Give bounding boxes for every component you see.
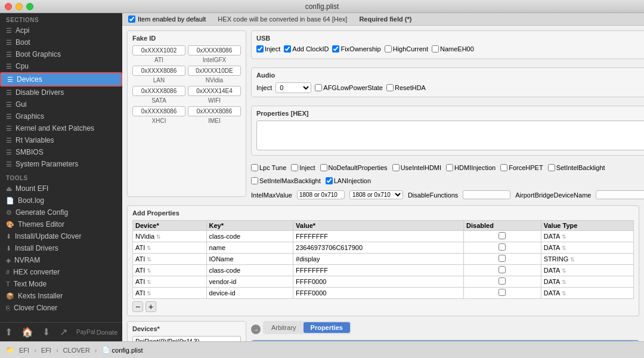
sidebar-item-system-params[interactable]: ☰ System Parameters [0,158,122,170]
inject-checkbox-group[interactable]: Inject [256,45,280,53]
sidebar-item-hex-converter[interactable]: # HEX converter [0,266,122,278]
properties-hex-input[interactable] [256,121,644,150]
options-inject-checkbox[interactable] [291,164,298,171]
lan-injection-checkbox[interactable] [326,177,333,184]
add-clock-id-checkbox[interactable] [284,45,291,53]
set-intel-max-backlight-checkbox[interactable] [251,177,258,184]
sidebar-item-rt-variables[interactable]: ☰ Rt Variables [0,134,122,146]
maximize-button[interactable] [26,3,33,10]
table-row[interactable]: ATI ⇅ vendor-id FFFF0000 DATA ⇅ [133,276,634,288]
hdmi-injection-group[interactable]: HDMIInjection [446,164,496,171]
use-intel-hdmi-group[interactable]: UseIntelHDMI [392,164,441,171]
add-row-button[interactable]: + [145,301,156,312]
sidebar-item-clover-cloner[interactable]: ⎘ Clover Cloner [0,302,122,314]
no-default-props-group[interactable]: NoDefaultProperties [320,164,388,171]
sidebar-item-nvram[interactable]: ◈ NVRAM [0,254,122,266]
reset-hda-checkbox-group[interactable]: ResetHDA [386,84,426,91]
nvidia-input[interactable] [188,66,241,76]
sidebar-item-text-mode[interactable]: T Text Mode [0,278,122,290]
cell-disabled[interactable] [464,276,541,288]
intel-max-select[interactable]: 1808 or 0x710 [349,190,403,199]
force-hpet-checkbox[interactable] [500,164,507,171]
close-button[interactable] [5,3,12,10]
fix-ownership-checkbox-group[interactable]: FixOwnership [332,45,380,53]
remove-row-button[interactable]: − [132,301,143,312]
sata-input[interactable] [132,86,185,96]
sidebar-item-boot-log[interactable]: 📄 Boot.log [0,195,122,206]
high-current-checkbox[interactable] [385,45,392,53]
sidebar-item-kexts-installer[interactable]: 📦 Kexts Installer [0,290,122,302]
name-eh00-checkbox-group[interactable]: NameEH00 [432,45,474,53]
cell-disabled[interactable] [464,265,541,276]
intelgfx-input[interactable] [188,45,241,55]
ati-input[interactable] [132,45,185,55]
inject-select[interactable]: 0 [275,82,311,93]
airport-bridge-label: AirportBridgeDeviceName [515,192,591,199]
ati-field-group: ATI [132,45,185,63]
share-icon[interactable]: ↗ [60,326,67,338]
set-intel-backlight-group[interactable]: SetIntelBacklight [548,164,605,171]
sidebar-item-install-drivers[interactable]: ⬇ Install Drivers [0,242,122,254]
list-item[interactable]: PciRoot(0)/Pci(0x1f,3) [133,337,240,341]
set-intel-backlight-checkbox[interactable] [548,164,555,171]
add-clock-id-checkbox-group[interactable]: Add ClockID [284,45,329,53]
xhci-input[interactable] [132,106,185,116]
minimize-button[interactable] [16,3,23,10]
sidebar-item-acpi[interactable]: ☰ Acpi [0,24,122,36]
cell-disabled[interactable] [464,288,541,299]
use-intel-hdmi-checkbox[interactable] [392,164,400,171]
table-row[interactable]: ATI ⇅ class-code FFFFFFFF DATA ⇅ [133,265,634,276]
home-icon[interactable]: 🏠 [21,326,33,338]
options-inject-group[interactable]: Inject [291,164,315,171]
sidebar-item-disable-drivers[interactable]: ☰ Disable Drivers [0,87,122,98]
tab-properties[interactable]: Properties [304,322,350,333]
wifi-input[interactable] [188,86,241,96]
table-row[interactable]: ATI ⇅ IOName #display STRING ⇅ [133,254,634,265]
sidebar-item-label: Cpu [16,62,29,70]
sidebar-item-smbios[interactable]: ☰ SMBIOS [0,146,122,158]
name-eh00-checkbox[interactable] [432,45,439,53]
imei-input[interactable] [188,106,241,116]
sidebar-item-boot[interactable]: ☰ Boot [0,36,122,48]
hdmi-injection-checkbox[interactable] [446,164,453,171]
lpc-tune-checkbox[interactable] [251,164,258,171]
sidebar-item-themes-editor[interactable]: 🎨 Themes Editor [0,218,122,230]
reset-hda-checkbox[interactable] [386,84,394,91]
fix-ownership-checkbox[interactable] [332,45,339,53]
high-current-checkbox-group[interactable]: HighCurrent [385,45,428,53]
cell-disabled[interactable] [464,242,541,254]
table-row[interactable]: ATI ⇅ device-id FFFF0000 DATA ⇅ [133,288,634,299]
force-hpet-group[interactable]: ForceHPET [500,164,543,171]
lpc-tune-group[interactable]: Lpc Tune [251,164,286,171]
sidebar-item-generate-config[interactable]: ⚙ Generate Config [0,206,122,218]
sidebar-item-install-clover[interactable]: ⬇ Install/Update Clover [0,230,122,242]
disable-functions-input[interactable] [463,190,510,199]
donate-button[interactable]: Donate [97,329,117,336]
sidebar-item-boot-graphics[interactable]: ☰ Boot Graphics [0,48,122,60]
item-enabled-checkbox[interactable] [128,16,135,23]
lan-injection-group[interactable]: LANInjection [326,177,371,184]
set-intel-max-backlight-group[interactable]: SetIntelMaxBacklight [251,177,321,184]
table-row[interactable]: ATI ⇅ name 23646973706C617900 DATA ⇅ [133,242,634,254]
sidebar-item-kernel-kext[interactable]: ☰ Kernel and Kext Patches [0,122,122,134]
airport-bridge-input[interactable] [596,190,644,199]
inject-checkbox[interactable] [256,45,264,53]
tab-arbitrary[interactable]: Arbitrary [264,322,304,333]
sidebar-item-devices[interactable]: ☰ Devices [0,72,122,87]
no-default-props-checkbox[interactable] [320,164,327,171]
sidebar-item-mount-efi[interactable]: ⏏ Mount EFI [0,183,122,195]
download2-icon[interactable]: ⬇ [42,326,50,338]
afg-checkbox-group[interactable]: AFGLowPowerState [315,84,383,91]
list-icon: ☰ [6,149,12,156]
intel-max-input[interactable] [297,190,345,199]
cell-disabled[interactable] [464,231,541,242]
cell-disabled[interactable] [464,254,541,265]
lan-input[interactable] [132,66,185,76]
table-row[interactable]: NVidia ⇅ class-code FFFFFFFF DATA ⇅ [133,231,634,242]
afg-checkbox[interactable] [315,84,322,91]
upload-icon[interactable]: ⬆ [5,326,13,338]
sidebar-item-cpu[interactable]: ☰ Cpu [0,60,122,72]
sidebar-item-gui[interactable]: ☰ Gui [0,98,122,110]
list-icon: ☰ [6,27,12,35]
sidebar-item-graphics[interactable]: ☰ Graphics [0,110,122,122]
